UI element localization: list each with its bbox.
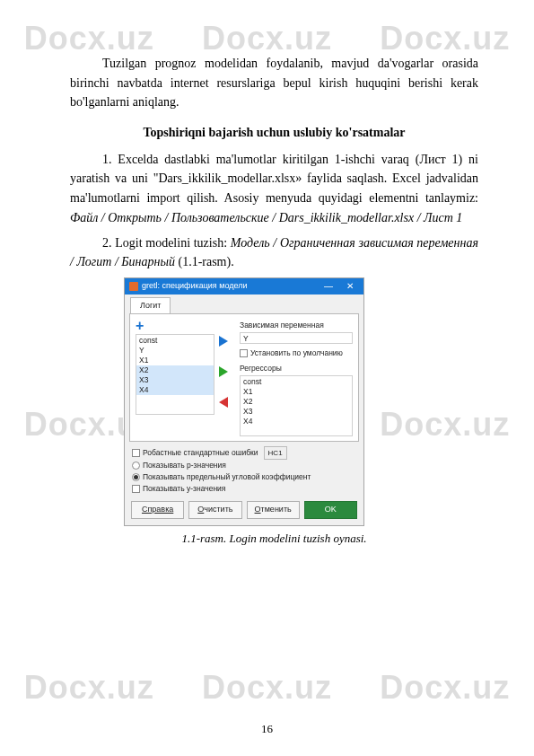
- window-title: gretl: спецификация модели: [142, 280, 318, 293]
- var-item[interactable]: Y: [139, 346, 144, 355]
- arrow-add-regressor-icon[interactable]: [219, 366, 228, 377]
- paragraph-step1: 1. Excelda dastlabki ma'lumotlar kiritil…: [70, 150, 478, 228]
- titlebar: gretl: спецификация модели — ✕: [125, 278, 363, 294]
- step2-text: 2. Logit modelini tuzish:: [102, 236, 231, 250]
- yvalues-checkbox[interactable]: [132, 485, 140, 493]
- step2-ref: (1.1-rasm).: [175, 255, 234, 268]
- cancel-button[interactable]: Отменить: [247, 501, 300, 519]
- var-item[interactable]: const: [139, 336, 157, 345]
- add-variable-icon[interactable]: +: [136, 320, 214, 332]
- document-content: Tuzilgan prognoz modelidan foydalanib, m…: [0, 0, 534, 548]
- arrow-add-dependent-icon[interactable]: [219, 336, 228, 347]
- reg-item[interactable]: X2: [243, 397, 252, 406]
- hc-button[interactable]: HC1: [264, 446, 287, 460]
- reg-item[interactable]: X3: [243, 407, 252, 416]
- robust-checkbox[interactable]: [132, 449, 140, 457]
- slope-label: Показывать предельный угловой коэффициен…: [143, 471, 311, 483]
- default-checkbox[interactable]: [240, 349, 248, 357]
- options-group: Робастные стандартные ошибки HC1 Показыв…: [132, 446, 356, 495]
- default-checkbox-label: Установить по умолчанию: [250, 347, 343, 359]
- robust-label: Робастные стандартные ошибки: [143, 447, 258, 459]
- arrow-remove-regressor-icon[interactable]: [219, 397, 228, 408]
- reg-item[interactable]: X4: [243, 417, 252, 426]
- regressors-label: Регрессоры: [222, 363, 353, 374]
- arrow-column: [219, 336, 228, 408]
- page-number: 16: [0, 722, 534, 736]
- tab-bar: Логит: [125, 294, 363, 313]
- regressors-list[interactable]: const X1 X2 X3 X4: [240, 375, 353, 436]
- dialog-figure: gretl: спецификация модели — ✕ Логит +: [70, 277, 478, 526]
- var-item-selected[interactable]: X3: [136, 375, 214, 385]
- close-button[interactable]: ✕: [339, 280, 361, 293]
- paragraph-intro: Tuzilgan prognoz modelidan foydalanib, m…: [70, 54, 478, 112]
- variable-list[interactable]: const Y X1 X2 X3 X4: [136, 334, 214, 415]
- dependent-label: Зависимая переменная: [222, 320, 353, 331]
- reg-item[interactable]: X1: [243, 387, 252, 396]
- pvalues-label: Показывать p-значения: [143, 460, 226, 471]
- step1-text: 1. Excelda dastlabki ma'lumotlar kiritil…: [70, 153, 478, 205]
- slope-radio[interactable]: [132, 473, 140, 481]
- ok-button[interactable]: OK: [304, 501, 357, 519]
- gretl-dialog: gretl: спецификация модели — ✕ Логит +: [124, 277, 364, 526]
- dialog-buttons: Справка Очистить Отменить OK: [125, 498, 363, 525]
- pvalues-radio[interactable]: [132, 462, 140, 470]
- section-heading: Topshiriqni bajarish uchun uslubiy ko'rs…: [70, 123, 478, 143]
- yvalues-label: Показывать у-значения: [143, 483, 225, 495]
- reg-item[interactable]: const: [243, 377, 261, 386]
- dependent-field[interactable]: Y: [240, 332, 353, 344]
- paragraph-step2: 2. Logit modelini tuzish: Модель / Огран…: [70, 233, 478, 272]
- model-spec-panel: Зависимая переменная Y Установить по умо…: [222, 320, 353, 437]
- clear-button[interactable]: Очистить: [188, 501, 241, 519]
- help-button[interactable]: Справка: [131, 501, 184, 519]
- app-icon: [129, 282, 138, 291]
- var-item[interactable]: X1: [139, 356, 148, 365]
- tab-page: + const Y X1 X2 X3 X4 Зависимая переменн…: [129, 313, 359, 443]
- step1-path: Файл / Открыть / Пользовательские / Dars…: [70, 211, 462, 224]
- var-item-selected[interactable]: X4: [136, 385, 214, 395]
- figure-caption: 1.1-rasm. Login modelini tuzish oynasi.: [70, 530, 478, 548]
- variables-panel: + const Y X1 X2 X3 X4: [136, 320, 214, 437]
- watermark-bot: Docx.uzDocx.uzDocx.uz: [0, 669, 534, 707]
- var-item-selected[interactable]: X2: [136, 365, 214, 375]
- minimize-button[interactable]: —: [318, 280, 339, 293]
- tab-logit[interactable]: Логит: [130, 297, 171, 314]
